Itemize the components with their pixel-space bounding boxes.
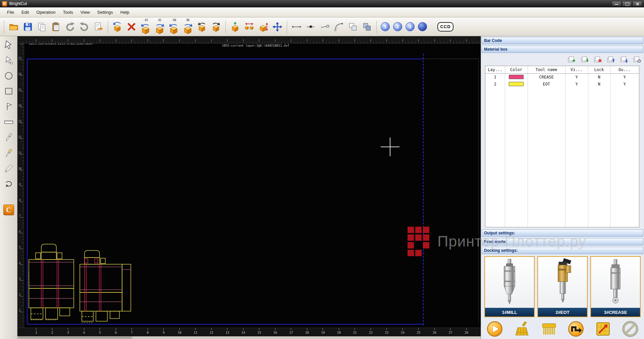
direct-select-tool-button[interactable] [2, 54, 15, 66]
layer-number-cell[interactable]: 1 [485, 73, 505, 80]
import-layer-button[interactable] [580, 55, 589, 64]
menu-view[interactable]: View [77, 8, 94, 16]
layer-color-swatch[interactable] [509, 82, 524, 86]
output-settings-header[interactable]: Output settings: [482, 229, 643, 237]
table-header[interactable]: Tool name [528, 66, 565, 73]
view-2-button[interactable]: 2 [393, 22, 402, 31]
toolbar-grip[interactable] [4, 21, 5, 33]
paste-button[interactable] [49, 18, 63, 35]
stop-button[interactable] [622, 321, 639, 337]
view-all-button[interactable] [418, 22, 427, 31]
layer-color-swatch[interactable] [509, 75, 524, 79]
carton-dieline-1[interactable] [26, 242, 76, 325]
loop-tool-button[interactable] [2, 178, 15, 190]
blade-tool-button[interactable] [2, 162, 15, 174]
left-ruler-number: 2 [17, 293, 22, 296]
select-tool-button[interactable] [2, 39, 15, 51]
group-button[interactable] [346, 18, 360, 35]
tool-name-cell[interactable]: EOT [528, 80, 565, 88]
line-midpoint-button[interactable] [304, 18, 318, 35]
drawing-canvas[interactable]: 1011:unit:10cm 1055:coordinate:2295.1708… [24, 44, 481, 328]
rotate-45-button[interactable]: 45 [153, 18, 167, 35]
menu-help[interactable]: Help [117, 8, 133, 16]
knife-tool-button[interactable] [2, 131, 15, 144]
menu-tools[interactable]: Tools [59, 8, 76, 16]
barcode-section-header[interactable]: Bar Code [482, 37, 643, 44]
ungroup-button[interactable] [360, 18, 374, 35]
rotate-minus-90-button[interactable]: -90 [167, 18, 181, 35]
measure-tool-button[interactable] [2, 116, 15, 128]
circle-tool-button[interactable] [2, 70, 15, 82]
ccd-button[interactable]: CCD [437, 22, 453, 32]
menu-file[interactable]: File [3, 8, 18, 16]
arc-tool-button[interactable] [332, 18, 346, 35]
point-tool-button[interactable] [2, 101, 15, 113]
mirror-vertical-button[interactable] [256, 18, 270, 35]
clean-button[interactable] [514, 321, 530, 337]
open-button[interactable] [7, 18, 21, 35]
layer-color-cell[interactable] [505, 80, 528, 88]
output-cell[interactable]: Y [610, 80, 639, 88]
delete-layer-button[interactable] [593, 55, 602, 64]
undo-button[interactable] [63, 18, 77, 35]
rotate-cw-45-icon [155, 23, 165, 34]
output-cell[interactable]: Y [610, 73, 639, 80]
table-header[interactable]: Lock [588, 66, 610, 73]
table-header[interactable]: Lay... [485, 66, 505, 73]
visible-cell[interactable]: Y [565, 80, 588, 88]
move-button[interactable] [270, 18, 284, 35]
copy-button[interactable] [35, 18, 49, 35]
lock-cell[interactable]: N [588, 73, 610, 80]
raise-object-button[interactable] [228, 18, 242, 35]
move-layer-up-button[interactable] [606, 55, 615, 64]
tool-tile-mill[interactable]: 1#MILL [484, 256, 535, 317]
brush-button[interactable] [541, 321, 557, 337]
view-1-button[interactable]: 1 [381, 22, 390, 31]
tool-name-cell[interactable]: CREASE [528, 73, 565, 80]
pen-tool-button[interactable] [2, 147, 15, 159]
tool-tile-crease[interactable]: 3#CREASE [590, 256, 641, 317]
visible-cell[interactable]: Y [565, 73, 588, 80]
layer-row[interactable]: 2EOTYNY [485, 80, 639, 88]
lock-cell[interactable]: N [588, 80, 610, 88]
menu-operation[interactable]: Operation [33, 8, 59, 16]
tool-tile-eot[interactable]: 2#EOT [537, 256, 588, 317]
carton-dieline-2[interactable] [78, 249, 133, 325]
close-button[interactable] [633, 1, 642, 6]
table-header[interactable]: Ou... [610, 66, 639, 73]
rotate-90-button[interactable]: 90 [181, 18, 195, 35]
feed-mode-header[interactable]: Feed mode: [482, 238, 643, 245]
layer-color-cell[interactable] [505, 73, 528, 80]
stats-button[interactable] [595, 321, 611, 337]
layer-row[interactable]: 1CREASEYNY [485, 73, 639, 80]
menu-settings[interactable]: Settings [94, 8, 117, 16]
add-layer-button[interactable] [567, 55, 576, 64]
menu-edit[interactable]: Edit [18, 8, 33, 16]
minimize-button[interactable] [612, 1, 621, 6]
start-button[interactable] [486, 321, 503, 337]
scrollbar-thumb[interactable] [18, 337, 132, 339]
rotate-box-button[interactable] [110, 18, 124, 35]
rotate-minus-45-button[interactable]: -45 [139, 18, 153, 35]
line-endpoint-button[interactable] [318, 18, 332, 35]
undo-transform-button[interactable] [195, 18, 209, 35]
table-header[interactable]: Color [505, 66, 528, 73]
material-box-section-header[interactable]: Material box [482, 46, 643, 53]
rectangle-tool-button[interactable] [2, 85, 15, 97]
mirror-horizontal-button[interactable] [242, 18, 256, 35]
layer-settings-button[interactable] [633, 55, 641, 64]
horizontal-scrollbar[interactable] [17, 336, 481, 339]
save-button[interactable] [21, 18, 35, 35]
plot-output-button[interactable] [91, 18, 105, 35]
delete-button[interactable] [124, 18, 139, 35]
docking-settings-header[interactable]: Docking settings: [482, 247, 643, 254]
layer-number-cell[interactable]: 2 [485, 80, 505, 88]
pump-button[interactable] [568, 321, 584, 337]
view-3-button[interactable]: 3 [406, 22, 415, 31]
redo-transform-button[interactable] [209, 18, 223, 35]
line-tool-button[interactable] [289, 18, 304, 35]
table-header[interactable]: Vi... [565, 66, 588, 73]
redo-button[interactable] [77, 18, 91, 35]
move-layer-down-button[interactable] [620, 55, 628, 64]
maximize-button[interactable] [622, 1, 632, 6]
